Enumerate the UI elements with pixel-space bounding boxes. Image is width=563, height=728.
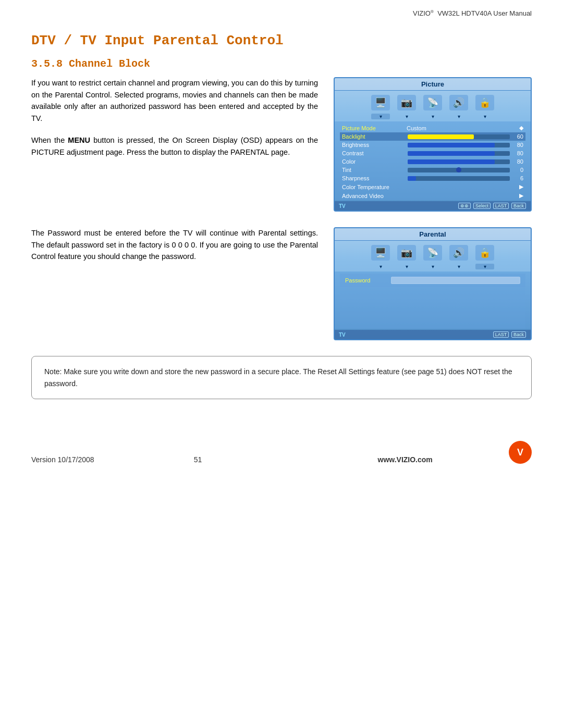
osd-row-picture-mode: Picture Mode Custom ◆ [340,124,525,132]
registered-mark: ® [431,9,434,14]
osd-parental-icons-row: 🖥️ 📷 📡 🔊 🔒 [335,241,531,263]
osd-bar-fill-color [408,159,495,164]
osd-label-contrast: Contrast [342,150,405,156]
osd-parental-footer: TV LAST Back [335,330,531,339]
footer-url-text: www.VIZIO.com [378,455,433,464]
body-text-col-2: The Password must be entered before the … [31,227,318,340]
osd-parental-arrow-4: ▾ [449,264,468,269]
osd-bar-backlight [408,134,510,139]
osd-label-brightness: Brightness [342,142,405,148]
osd-footer-tv-label: TV [339,203,346,209]
menu-keyword: MENU [68,136,90,144]
osd-arrow-advanced-video: ▶ [519,192,523,199]
osd-icon-tv-img: 🖥️ [371,95,390,110]
osd-label-advanced-video: Advanced Video [342,193,405,199]
osd-parental-title: Parental [335,228,531,241]
osd-parental-icon-tv: 🖥️ [371,245,390,261]
osd-parental-password-field [391,277,520,284]
body-text-col-1: If you want to restrict certain channel … [31,77,318,212]
footer-page: 51 [94,455,302,464]
brand-name: VIZIO [413,9,431,17]
last-btn-parental: LAST [493,331,509,338]
osd-bar-fill-contrast [408,151,495,156]
osd-parental-icon-camera-img: 📷 [397,245,416,261]
back-btn: Back [511,203,526,209]
osd-parental-spacer [340,287,525,329]
osd-parental-arrow-1: ▾ [371,264,390,269]
osd-parental: Parental 🖥️ 📷 📡 🔊 🔒 [334,227,532,340]
osd-parental-arrows: ▾ ▾ ▾ ▾ ▾ [335,263,531,272]
osd-num-brightness: 80 [513,142,523,148]
osd-label-color-temp: Color Temperature [342,184,405,190]
osd-row-backlight: Backlight 60 [340,132,525,141]
osd-label-sharpness: Sharpness [342,175,405,181]
osd-bar-sharpness [408,176,510,181]
osd-row-color: Color 80 [340,157,525,166]
osd-bar-contrast [408,151,510,156]
footer-url: www.VIZIO.com [301,455,509,464]
osd-label-backlight: Backlight [342,133,405,140]
osd-parental-password-row: Password [340,274,525,287]
osd-parental-screen: Parental 🖥️ 📷 📡 🔊 🔒 [334,227,532,340]
osd-icon-camera: 📷 [397,95,416,110]
osd-icon-sound-img: 🔊 [449,95,468,110]
osd-picture: Picture 🖥️ 📷 📡 🔊 🔒 [334,77,532,212]
osd-row-contrast: Contrast 80 [340,149,525,157]
osd-icon-tv: 🖥️ [371,95,390,110]
osd-icon-satellite-img: 📡 [423,95,442,110]
body-paragraph-2: When the MENU button is pressed, the On … [31,134,318,158]
osd-arrow-4: ▾ [449,114,468,119]
osd-label-picture-mode: Picture Mode [342,125,405,131]
body-text-2-prefix: When the [31,136,68,144]
osd-parental-footer-controls: LAST Back [493,331,527,338]
model-name: VW32L HDTV40A User Manual [437,9,532,17]
osd-picture-screen: Picture 🖥️ 📷 📡 🔊 🔒 [334,77,532,212]
osd-parental-arrow-3: ▾ [423,264,442,269]
osd-num-tint: 0 [513,167,523,173]
vizio-logo: V [509,441,532,464]
osd-icon-sound: 🔊 [449,95,468,110]
body-paragraph-3: The Password must be entered before the … [31,227,318,262]
select-btn: Select [473,203,491,209]
osd-arrow-3: ▾ [423,114,442,119]
page-title: DTV / TV Input Parental Control [31,33,532,48]
back-btn-parental: Back [511,331,526,338]
osd-bar-fill-sharpness [408,176,416,181]
osd-label-color: Color [342,158,405,165]
osd-icon-satellite: 📡 [423,95,442,110]
osd-arrow-5: ▾ [475,114,494,119]
osd-icon-camera-img: 📷 [397,95,416,110]
osd-arrows: ▾ ▾ ▾ ▾ ▾ [335,113,531,121]
section-title: 3.5.8 Channel Block [31,58,532,70]
osd-num-backlight: 60 [513,133,523,140]
osd-row-advanced-video: Advanced Video ▶ [340,191,525,200]
section-1-layout: If you want to restrict certain channel … [31,77,532,212]
osd-bar-tint [408,168,510,172]
osd-icon-lock: 🔒 [475,95,494,110]
osd-parental-icon-lock-img: 🔒 [475,245,494,261]
osd-bar-fill-backlight [408,134,474,139]
osd-footer-1: TV ⊕⊕ Select LAST Back [335,201,531,211]
osd-arrow-1: ▾ [371,114,390,119]
osd-parental-menu: Password [335,272,531,329]
osd-tint-dot [456,167,461,172]
osd-parental-icon-sound: 🔊 [449,245,468,261]
osd-icon-lock-img: 🔒 [475,95,494,110]
page-footer: Version 10/17/2008 51 www.VIZIO.com V [0,436,563,474]
osd-parental-icon-camera: 📷 [397,245,416,261]
osd-bar-brightness [408,143,510,147]
main-content: DTV / TV Input Parental Control 3.5.8 Ch… [0,22,563,436]
last-btn: LAST [493,203,509,209]
osd-parental-icon-sound-img: 🔊 [449,245,468,261]
osd-menu: Picture Mode Custom ◆ Backlight 60 [335,121,531,200]
osd-parental-icon-tv-img: 🖥️ [371,245,390,261]
osd-row-tint: Tint 0 [340,166,525,174]
osd-parental-password-label: Password [345,277,387,283]
footer-version: Version 10/17/2008 [31,455,94,464]
osd-label-tint: Tint [342,167,405,173]
osd-num-color: 80 [513,158,523,165]
body-paragraph-1: If you want to restrict certain channel … [31,77,318,124]
note-box: Note: Make sure you write down and store… [31,356,532,399]
osd-num-sharpness: 6 [513,175,523,181]
section-2-layout: The Password must be entered before the … [31,227,532,340]
